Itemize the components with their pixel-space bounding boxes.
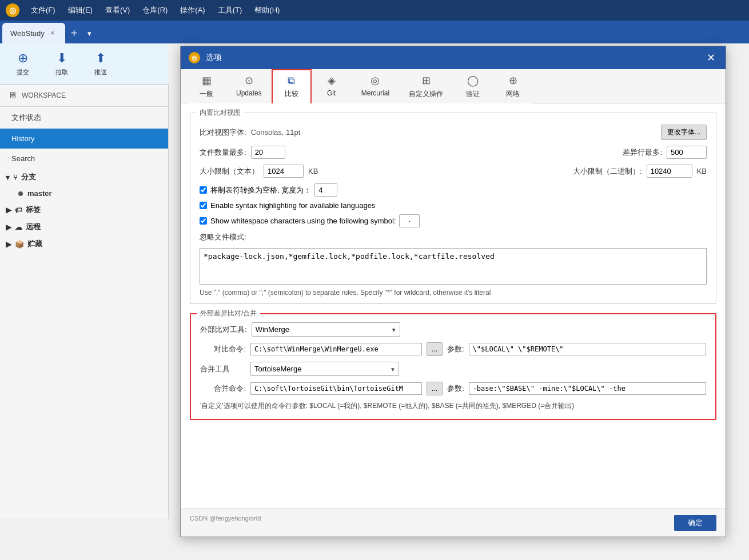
ext-tool-row: 外部比对工具: WinMerge Beyond Compare KDiff3 自… [200, 322, 706, 337]
pull-label: 拉取 [55, 68, 68, 77]
workspace-label: WORKSPACE [22, 91, 66, 99]
custom-hint-text: '自定义'选项可以使用的命令行参数: $LOCAL (=我的), $REMOTE… [200, 402, 574, 410]
max-files-input[interactable] [251, 146, 285, 159]
tab-mercurial[interactable]: ◎ Mercurial [352, 69, 399, 103]
tab-auth[interactable]: ◯ 验证 [453, 69, 493, 103]
add-tab-button[interactable]: + [65, 23, 83, 43]
branches-section[interactable]: ▾ ⑂ 分支 [0, 169, 168, 186]
tab-git[interactable]: ◈ Git [312, 69, 352, 103]
workspace-section: 🖥 WORKSPACE [0, 85, 168, 107]
sidebar: 🖥 WORKSPACE 文件状态 History Search ▾ ⑂ 分支 m… [0, 85, 169, 519]
main-layout: ⊕ 提交 ⬇ 拉取 ⬆ 推送 🖥 WORKSPACE 文件状态 History … [0, 43, 749, 519]
updates-tab-icon: ⊙ [245, 74, 253, 87]
merge-params-label: 参数: [447, 383, 464, 394]
remote-section[interactable]: ▶ ☁ 远程 [0, 218, 168, 235]
whitespace-symbol-input[interactable] [399, 214, 420, 227]
pull-button[interactable]: ⬇ 拉取 [43, 47, 80, 81]
branches-collapse-icon: ▾ [6, 173, 10, 182]
tab-close-button[interactable]: × [48, 29, 57, 38]
tab-dropdown-button[interactable]: ▾ [83, 23, 96, 43]
tab-network[interactable]: ⊕ 网络 [493, 69, 533, 103]
diff-cmd-row: 对比命令: ... 参数: [200, 342, 706, 356]
menu-tools[interactable]: 工具(T) [212, 3, 248, 18]
dialog-close-button[interactable]: ✕ [704, 51, 718, 65]
diff-cmd-input[interactable] [250, 343, 422, 355]
menu-edit[interactable]: 编辑(E) [62, 3, 98, 18]
tab-custom-actions[interactable]: ⊞ 自定义操作 [399, 69, 453, 103]
options-dialog: ◎ 选项 ✕ ▦ 一般 ⊙ Updates ⧉ 比较 ◈ Git ◎ [180, 46, 726, 537]
tab-compare[interactable]: ⧉ 比较 [272, 69, 312, 103]
main-tab[interactable]: WebStudy × [2, 23, 65, 43]
tags-collapse-icon: ▶ [6, 206, 11, 214]
ok-button[interactable]: 确定 [674, 515, 716, 531]
custom-actions-tab-label: 自定义操作 [409, 89, 443, 99]
merge-tool-select[interactable]: TortoiseMerge KDiff3 自定义 [250, 362, 399, 376]
dialog-footer: CSDN @fengyehong/orld 确定 [181, 509, 726, 537]
history-item[interactable]: History [0, 129, 168, 149]
menu-help[interactable]: 帮助(H) [249, 3, 285, 18]
ext-tool-select-wrapper: WinMerge Beyond Compare KDiff3 自定义 [252, 322, 400, 337]
max-diff-input[interactable] [667, 146, 707, 159]
push-button[interactable]: ⬆ 推送 [82, 47, 119, 81]
network-tab-icon: ⊕ [509, 74, 517, 87]
commit-button[interactable]: ⊕ 提交 [5, 47, 41, 81]
merge-cmd-browse-button[interactable]: ... [427, 382, 443, 395]
master-label: master [27, 189, 52, 198]
size-limit-text-unit: KB [308, 167, 318, 175]
tab-general[interactable]: ▦ 一般 [186, 69, 226, 103]
auth-tab-label: 验证 [466, 89, 480, 99]
external-diff-section: 外部差异比对/合并 外部比对工具: WinMerge Beyond Compar… [190, 313, 716, 420]
general-tab-label: 一般 [200, 89, 213, 99]
remote-icon: ☁ [15, 223, 22, 231]
menu-bar: ◎ 文件(F) 编辑(E) 查看(V) 仓库(R) 操作(A) 工具(T) 帮助… [0, 0, 749, 21]
app-logo: ◎ [6, 3, 19, 17]
file-status-item[interactable]: 文件状态 [0, 107, 168, 129]
mercurial-tab-label: Mercurial [361, 89, 389, 97]
size-limit-bin-input[interactable] [647, 165, 692, 178]
dialog-content: 内置比对视图 比对视图字体: Consolas, 11pt 更改字体... 文件… [181, 103, 726, 509]
git-tab-icon: ◈ [328, 74, 336, 87]
git-tab-label: Git [327, 89, 336, 97]
tab-label: WebStudy [10, 29, 45, 38]
tab-convert-checkbox[interactable] [200, 186, 207, 194]
ignore-pattern-textarea[interactable] [200, 248, 707, 285]
size-limit-text-input[interactable] [264, 165, 304, 178]
menu-repo[interactable]: 仓库(R) [137, 3, 173, 18]
change-font-button[interactable]: 更改字体... [661, 125, 707, 140]
tab-convert-row: 将制表符转换为空格, 宽度为： [200, 183, 707, 197]
size-limit-bin-label: 大小限制（二进制）: [573, 166, 642, 177]
font-value: Consolas, 11pt [251, 128, 301, 137]
master-branch[interactable]: master [0, 186, 168, 201]
search-item[interactable]: Search [0, 149, 168, 169]
ext-tool-select[interactable]: WinMerge Beyond Compare KDiff3 自定义 [252, 322, 400, 337]
watermark: CSDN @fengyehong/orld [190, 515, 261, 531]
merge-cmd-label: 合并命令: [200, 383, 246, 394]
syntax-highlight-checkbox[interactable] [200, 202, 207, 209]
whitespace-checkbox[interactable] [200, 217, 207, 225]
size-limit-text-label: 大小限制（文本） [200, 166, 259, 177]
ignore-pattern-row: 忽略文件模式: [200, 232, 707, 242]
font-label: 比对视图字体: [200, 127, 246, 138]
stash-section[interactable]: ▶ 📦 贮藏 [0, 235, 168, 253]
diff-params-input[interactable] [469, 343, 706, 355]
merge-cmd-row: 合并命令: ... 参数: [200, 382, 706, 395]
size-limit-bin-unit: KB [697, 167, 707, 175]
menu-view[interactable]: 查看(V) [99, 3, 136, 18]
max-diff-label: 差异行最多: [623, 147, 662, 158]
tab-bar: WebStudy × + ▾ [0, 21, 749, 43]
tags-section[interactable]: ▶ 🏷 标签 [0, 201, 168, 218]
branches-icon: ⑂ [13, 173, 18, 182]
merge-params-input[interactable] [469, 382, 706, 395]
menu-file[interactable]: 文件(F) [25, 3, 61, 18]
tab-width-input[interactable] [314, 183, 337, 197]
diff-cmd-browse-button[interactable]: ... [427, 342, 443, 356]
menu-action[interactable]: 操作(A) [174, 3, 210, 18]
font-row: 比对视图字体: Consolas, 11pt 更改字体... [200, 125, 707, 140]
diff-params-label: 参数: [447, 344, 464, 354]
merge-cmd-input[interactable] [250, 382, 422, 395]
dialog-tab-bar: ▦ 一般 ⊙ Updates ⧉ 比较 ◈ Git ◎ Mercurial ⊞ … [181, 69, 726, 103]
stash-collapse-icon: ▶ [6, 240, 11, 249]
dialog-logo: ◎ [189, 52, 200, 63]
tab-updates[interactable]: ⊙ Updates [226, 69, 272, 103]
size-limit-row: 大小限制（文本） KB 大小限制（二进制）: KB [200, 165, 707, 178]
